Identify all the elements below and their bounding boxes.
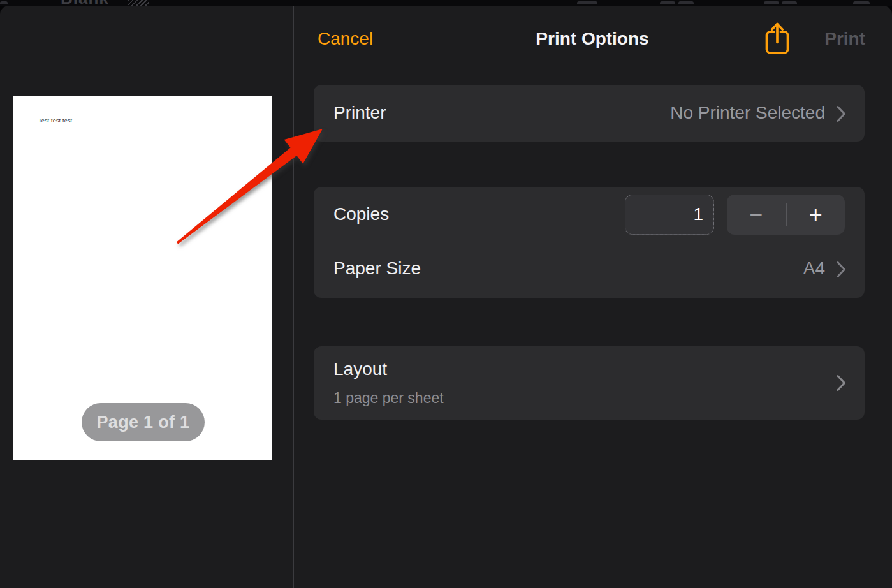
copies-paper-group: Copies 1 − + Paper Size A4 [314, 187, 865, 298]
layout-row[interactable]: Layout 1 page per sheet [314, 346, 865, 420]
layout-value: 1 page per sheet [333, 390, 444, 407]
chevron-right-icon [837, 374, 846, 392]
paper-size-value: A4 [803, 258, 825, 279]
printer-row[interactable]: Printer No Printer Selected [314, 85, 865, 142]
share-button[interactable] [763, 21, 791, 55]
background-toolbar-fragment [0, 1, 8, 4]
chevron-right-icon [837, 261, 846, 278]
copies-row: Copies 1 − + [314, 187, 865, 242]
document-text: Test test test [38, 117, 72, 124]
background-toolbar-fragment [782, 1, 797, 4]
paper-size-label: Paper Size [333, 258, 421, 279]
background-toolbar-fragment [853, 1, 870, 4]
pane-divider [293, 6, 294, 588]
paper-size-row[interactable]: Paper Size A4 [314, 242, 865, 298]
background-app-strip: Blank [0, 0, 892, 6]
copies-input[interactable]: 1 [625, 195, 714, 235]
background-toolbar-fragment [128, 0, 149, 6]
decrement-button[interactable]: − [727, 195, 786, 235]
printer-value: No Printer Selected [670, 103, 825, 123]
chevron-right-icon [837, 105, 846, 122]
background-toolbar-fragment [577, 1, 597, 4]
page-indicator-badge: Page 1 of 1 [82, 403, 205, 441]
layout-label: Layout [333, 359, 387, 379]
background-toolbar-fragment [660, 1, 675, 4]
background-app-title: Blank [61, 0, 109, 6]
increment-button[interactable]: + [787, 195, 845, 235]
background-toolbar-fragment [764, 1, 779, 4]
background-toolbar-fragment [678, 1, 694, 4]
share-icon [763, 21, 791, 55]
print-button[interactable]: Print [791, 28, 865, 50]
printer-label: Printer [333, 103, 386, 123]
copies-label: Copies [333, 204, 389, 224]
copies-stepper: − + [727, 195, 845, 235]
